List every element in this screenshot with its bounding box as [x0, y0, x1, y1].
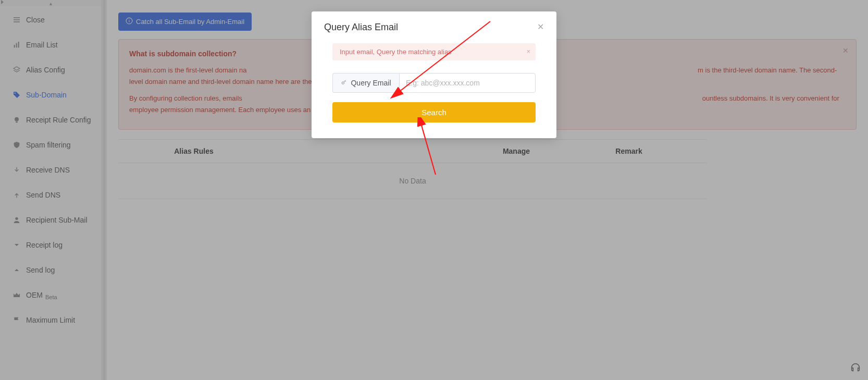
query-email-input[interactable] — [399, 73, 536, 93]
dialog-hint-text: Input email, Query the matching alias — [340, 48, 452, 56]
dialog-hint-close-icon[interactable]: × — [526, 47, 530, 55]
dialog-close-icon[interactable]: ✕ — [537, 22, 544, 32]
key-icon — [341, 79, 348, 87]
dialog-hint-alert: Input email, Query the matching alias × — [332, 43, 536, 60]
query-input-label: Query Email — [332, 73, 399, 93]
svg-point-10 — [342, 82, 344, 84]
query-input-group: Query Email — [332, 73, 536, 93]
dialog-title: Query Alias Email — [324, 22, 398, 33]
search-button[interactable]: Search — [332, 102, 536, 122]
query-alias-dialog: Query Alias Email ✕ Input email, Query t… — [312, 11, 556, 138]
